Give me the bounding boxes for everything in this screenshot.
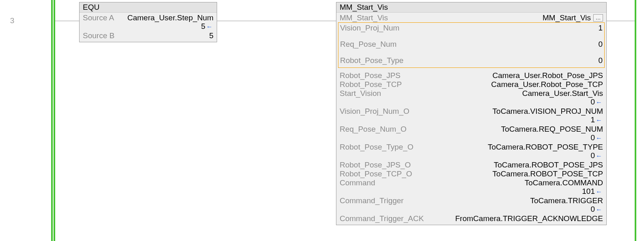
param-live-value: 101←: [340, 187, 603, 196]
param-row[interactable]: Robot_Pose_Type_OToCamera.ROBOT_POSE_TYP…: [340, 143, 603, 152]
mm-start-vis-block[interactable]: MM_Start_Vis MM_Start_Vis MM_Start_Vis .…: [336, 2, 607, 225]
param-live-value: 0←: [340, 205, 603, 214]
param-row[interactable]: Vision_Proj_Num 1: [340, 24, 603, 33]
param-live-value: 1←: [340, 115, 603, 125]
param-label: Req_Pose_Num_O: [340, 125, 407, 134]
param-row[interactable]: Source B 5: [83, 31, 213, 40]
param-value[interactable]: ToCamera.TRIGGER: [530, 196, 603, 205]
param-label: Command_Trigger_ACK: [340, 214, 424, 223]
param-label: Req_Pose_Num: [340, 40, 396, 49]
param-value[interactable]: 5: [209, 31, 213, 40]
param-value[interactable]: ToCamera.ROBOT_POSE_TYPE: [488, 143, 603, 152]
param-label: Command_Trigger: [340, 196, 404, 205]
param-label: Robot_Pose_TCP_O: [340, 169, 412, 178]
param-value[interactable]: Camera_User.Robot_Pose_TCP: [491, 80, 603, 89]
param-label: MM_Start_Vis: [340, 13, 388, 22]
rung-number[interactable]: 3: [0, 16, 24, 25]
param-value[interactable]: Camera_User.Step_Num: [127, 13, 213, 22]
param-label: Command: [340, 178, 375, 187]
rung-wire: [607, 21, 635, 21]
param-row[interactable]: Robot_Pose_JPSCamera_User.Robot_Pose_JPS: [340, 71, 603, 80]
param-label: Source B: [83, 31, 114, 40]
param-row[interactable]: Vision_Proj_Num_OToCamera.VISION_PROJ_NU…: [340, 107, 603, 116]
param-label: Robot_Pose_TCP: [340, 80, 402, 89]
right-rail: [635, 0, 636, 241]
param-value[interactable]: Camera_User.Start_Vis: [522, 89, 603, 98]
left-arrow-icon: ←: [595, 152, 602, 159]
param-label: Robot_Pose_Type_O: [340, 143, 414, 152]
param-row[interactable]: Source A Camera_User.Step_Num: [83, 13, 213, 22]
equ-block[interactable]: EQU Source A Camera_User.Step_Num 5← Sou…: [79, 2, 217, 42]
param-live-value: 0←: [340, 133, 603, 143]
param-row[interactable]: Req_Pose_Num_OToCamera.REQ_POSE_NUM: [340, 125, 603, 134]
param-label: Source A: [83, 13, 114, 22]
param-value[interactable]: ToCamera.REQ_POSE_NUM: [501, 125, 603, 134]
equ-body: Source A Camera_User.Step_Num 5← Source …: [80, 13, 217, 42]
rung-wire: [217, 21, 336, 21]
param-label: Robot_Pose_Type: [340, 56, 403, 65]
param-row[interactable]: Robot_Pose_Type 0: [340, 56, 603, 65]
left-arrow-icon: ←: [595, 99, 602, 106]
param-row[interactable]: Req_Pose_Num 0: [340, 40, 603, 49]
param-label: Start_Vision: [340, 89, 381, 98]
param-row[interactable]: Command_Trigger_ACKFromCamera.TRIGGER_AC…: [340, 214, 603, 223]
param-label: Robot_Pose_JPS: [340, 71, 401, 80]
rung-wire: [55, 21, 79, 21]
param-row[interactable]: Robot_Pose_TCPCamera_User.Robot_Pose_TCP: [340, 80, 603, 89]
param-live-value: 0←: [340, 151, 603, 161]
param-label: Vision_Proj_Num: [340, 24, 399, 33]
left-arrow-icon: ←: [595, 117, 602, 124]
param-value[interactable]: ToCamera.COMMAND: [525, 178, 603, 187]
param-value[interactable]: 0: [598, 40, 603, 49]
param-row[interactable]: Robot_Pose_JPS_OToCamera.ROBOT_POSE_JPS: [340, 161, 603, 169]
param-value[interactable]: ToCamera.ROBOT_POSE_JPS: [494, 161, 603, 169]
left-arrow-icon: ←: [595, 135, 602, 141]
left-arrow-icon: ←: [595, 188, 602, 195]
left-arrow-icon: ←: [205, 23, 213, 30]
ellipsis-button[interactable]: ...: [593, 14, 603, 22]
param-label: Robot_Pose_JPS_O: [340, 161, 411, 169]
param-live-value: 0←: [340, 98, 603, 107]
mm-start-vis-body: MM_Start_Vis MM_Start_Vis ... Vision_Pro…: [336, 13, 606, 225]
ladder-canvas: 3 EQU Source A Camera_User.Step_Num 5← S…: [0, 0, 644, 241]
param-live-value: 5←: [83, 22, 213, 31]
param-value[interactable]: MM_Start_Vis: [543, 13, 591, 22]
left-rail: [51, 0, 53, 241]
equ-header: EQU: [80, 2, 217, 13]
param-value[interactable]: 0: [598, 56, 603, 65]
param-value[interactable]: 1: [598, 24, 603, 33]
mm-start-vis-header: MM_Start_Vis: [336, 2, 606, 13]
param-value[interactable]: FromCamera.TRIGGER_ACKNOWLEDGE: [455, 214, 603, 223]
param-value[interactable]: ToCamera.VISION_PROJ_NUM: [493, 107, 603, 116]
param-label: Vision_Proj_Num_O: [340, 107, 409, 116]
param-row[interactable]: Robot_Pose_TCP_OToCamera.ROBOT_POSE_TCP: [340, 169, 603, 178]
param-row[interactable]: Command_TriggerToCamera.TRIGGER: [340, 196, 603, 205]
left-arrow-icon: ←: [595, 206, 602, 213]
param-row[interactable]: CommandToCamera.COMMAND: [340, 178, 603, 187]
param-value[interactable]: Camera_User.Robot_Pose_JPS: [493, 71, 603, 80]
param-value[interactable]: ToCamera.ROBOT_POSE_TCP: [493, 169, 603, 178]
param-row[interactable]: Start_VisionCamera_User.Start_Vis: [340, 89, 603, 98]
highlighted-params: Vision_Proj_Num 1 Req_Pose_Num 0 Robot_P…: [338, 22, 605, 68]
instance-row[interactable]: MM_Start_Vis MM_Start_Vis ...: [340, 13, 603, 22]
